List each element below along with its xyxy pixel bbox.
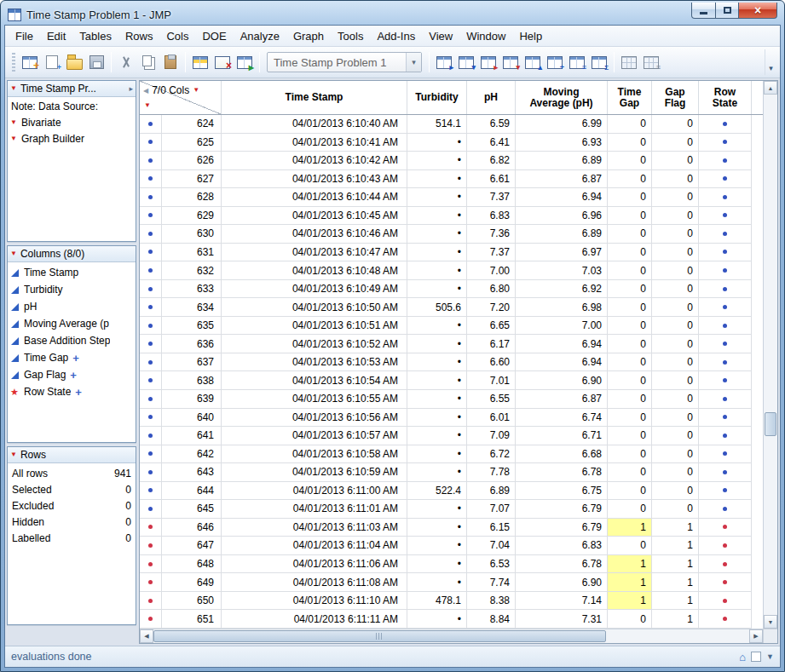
row-state-marker-cell[interactable]	[140, 519, 162, 537]
gap-flag-cell[interactable]: 1	[652, 592, 699, 611]
moving-average-cell[interactable]: 6.68	[516, 445, 608, 464]
ph-cell[interactable]: 6.59	[467, 115, 516, 134]
minimize-button[interactable]	[691, 3, 716, 19]
row-state-cell[interactable]	[699, 390, 752, 409]
gap-flag-cell[interactable]: 1	[652, 537, 699, 555]
rows-menu[interactable]: ▼	[144, 95, 151, 111]
table-row[interactable]: 633 04/01/2013 6:10:49 AM • 6.80 6.92 0 …	[140, 280, 763, 299]
row-number-cell[interactable]: 627	[162, 170, 222, 189]
table-row[interactable]: 634 04/01/2013 6:10:50 AM 505.6 7.20 6.9…	[140, 298, 763, 317]
row-state-marker-cell[interactable]	[140, 261, 162, 280]
time-stamp-cell[interactable]: 04/01/2013 6:10:47 AM	[222, 244, 407, 262]
ph-cell[interactable]: 7.78	[467, 463, 516, 482]
table-selector-dropdown[interactable]: Time Stamp Problem 1 ▾	[267, 52, 422, 72]
table-row[interactable]: 647 04/01/2013 6:11:04 AM • 7.04 6.83 0 …	[140, 537, 763, 555]
table-row[interactable]: 650 04/01/2013 6:11:10 AM 478.1 8.38 7.1…	[140, 592, 763, 611]
time-gap-cell[interactable]: 0	[608, 261, 652, 280]
table-row[interactable]: 635 04/01/2013 6:10:51 AM • 6.65 7.00 0 …	[140, 317, 763, 336]
table-row[interactable]: 632 04/01/2013 6:10:48 AM • 7.00 7.03 0 …	[140, 261, 763, 280]
time-gap-cell[interactable]: 0	[608, 170, 652, 189]
turbidity-cell[interactable]: •	[407, 353, 467, 372]
row-number-cell[interactable]: 649	[162, 573, 222, 592]
gap-flag-cell[interactable]: 0	[652, 445, 699, 464]
table-row[interactable]: 638 04/01/2013 6:10:54 AM • 7.01 6.90 0 …	[140, 371, 763, 390]
row-number-cell[interactable]: 626	[162, 152, 222, 170]
moving-average-cell[interactable]: 6.87	[516, 390, 608, 409]
ph-cell[interactable]: 7.36	[467, 225, 516, 244]
time-gap-cell[interactable]: 0	[608, 134, 652, 152]
table-row[interactable]: 640 04/01/2013 6:10:56 AM • 6.01 6.74 0 …	[140, 409, 763, 428]
row-state-cell[interactable]	[699, 115, 752, 134]
row-state-marker-cell[interactable]	[140, 115, 162, 134]
ph-cell[interactable]: 7.37	[467, 188, 516, 207]
ph-cell[interactable]: 6.82	[467, 152, 516, 170]
time-gap-cell[interactable]: 0	[608, 463, 652, 482]
turbidity-cell[interactable]: •	[407, 188, 467, 207]
gap-flag-cell[interactable]: 0	[652, 115, 699, 134]
row-state-cell[interactable]	[699, 261, 752, 280]
turbidity-cell[interactable]: •	[407, 207, 467, 226]
turbidity-cell[interactable]: •	[407, 500, 467, 519]
table-row[interactable]: 637 04/01/2013 6:10:53 AM • 6.60 6.94 0 …	[140, 353, 763, 372]
menu-item[interactable]: Rows	[118, 27, 160, 45]
ph-cell[interactable]: 6.17	[467, 335, 516, 353]
row-state-marker-cell[interactable]	[140, 335, 162, 353]
new-data-table-icon[interactable]	[20, 52, 40, 72]
gap-flag-cell[interactable]: 0	[652, 152, 699, 170]
time-stamp-cell[interactable]: 04/01/2013 6:10:54 AM	[222, 371, 407, 390]
row-number-cell[interactable]: 641	[162, 427, 222, 445]
row-state-cell[interactable]	[699, 463, 752, 482]
ph-cell[interactable]: 6.55	[467, 390, 516, 409]
row-state-cell[interactable]	[699, 170, 752, 189]
row-number-cell[interactable]: 631	[162, 244, 222, 262]
row-number-cell[interactable]: 638	[162, 371, 222, 390]
moving-average-cell[interactable]: 7.03	[516, 261, 608, 280]
column-header[interactable]: Moving Average (pH)	[516, 81, 608, 114]
turbidity-cell[interactable]: 514.1	[407, 115, 467, 134]
moving-average-cell[interactable]: 6.74	[516, 409, 608, 428]
row-state-cell[interactable]	[699, 335, 752, 353]
row-number-cell[interactable]: 647	[162, 537, 222, 555]
time-stamp-cell[interactable]: 04/01/2013 6:11:11 AM	[222, 610, 407, 629]
open-icon[interactable]	[64, 52, 84, 72]
gap-flag-cell[interactable]: 0	[652, 134, 699, 152]
sort-icon[interactable]	[522, 52, 543, 72]
table-row[interactable]: 639 04/01/2013 6:10:55 AM • 6.55 6.87 0 …	[140, 390, 763, 409]
table-row[interactable]: 636 04/01/2013 6:10:52 AM • 6.17 6.94 0 …	[140, 335, 763, 353]
row-number-cell[interactable]: 642	[162, 445, 222, 464]
row-state-cell[interactable]	[699, 519, 752, 537]
gap-flag-cell[interactable]: 0	[652, 500, 699, 519]
moving-average-cell[interactable]: 6.99	[516, 115, 608, 134]
menu-item[interactable]: Graph	[286, 27, 331, 45]
horizontal-scrollbar[interactable]: ◀ ▶	[140, 629, 763, 643]
row-state-marker-cell[interactable]	[140, 573, 162, 592]
copy-icon[interactable]	[138, 52, 159, 72]
row-state-marker-cell[interactable]	[140, 445, 162, 464]
row-state-marker-cell[interactable]	[140, 353, 162, 372]
column-list-item[interactable]: Gap Flag	[8, 366, 136, 383]
moving-average-cell[interactable]: 6.98	[516, 298, 608, 317]
table-row[interactable]: 631 04/01/2013 6:10:47 AM • 7.37 6.97 0 …	[140, 244, 763, 262]
turbidity-cell[interactable]: •	[407, 134, 467, 152]
row-state-cell[interactable]	[699, 371, 752, 390]
column-list-item[interactable]: Moving Average (p	[8, 315, 136, 332]
moving-average-cell[interactable]: 6.87	[516, 170, 608, 189]
time-gap-cell[interactable]: 1	[608, 592, 652, 611]
turbidity-cell[interactable]: •	[407, 519, 467, 537]
row-state-cell[interactable]	[699, 207, 752, 226]
table-row[interactable]: 626 04/01/2013 6:10:42 AM • 6.82 6.89 0 …	[140, 152, 763, 170]
turbidity-cell[interactable]: •	[407, 280, 467, 299]
moving-average-cell[interactable]: 6.94	[516, 335, 608, 353]
gap-flag-cell[interactable]: 1	[652, 573, 699, 592]
row-state-marker-cell[interactable]	[140, 225, 162, 244]
moving-average-cell[interactable]: 6.93	[516, 134, 608, 152]
menu-item[interactable]: Edit	[40, 27, 72, 45]
time-stamp-cell[interactable]: 04/01/2013 6:10:59 AM	[222, 463, 407, 482]
table-row[interactable]: 641 04/01/2013 6:10:57 AM • 7.09 6.71 0 …	[140, 427, 763, 445]
time-gap-cell[interactable]: 0	[608, 390, 652, 409]
row-state-marker-cell[interactable]	[140, 500, 162, 519]
time-gap-cell[interactable]: 0	[608, 298, 652, 317]
column-list-item[interactable]: Base Addition Step	[8, 332, 136, 349]
row-state-cell[interactable]	[699, 280, 752, 299]
row-state-cell[interactable]	[699, 610, 752, 629]
